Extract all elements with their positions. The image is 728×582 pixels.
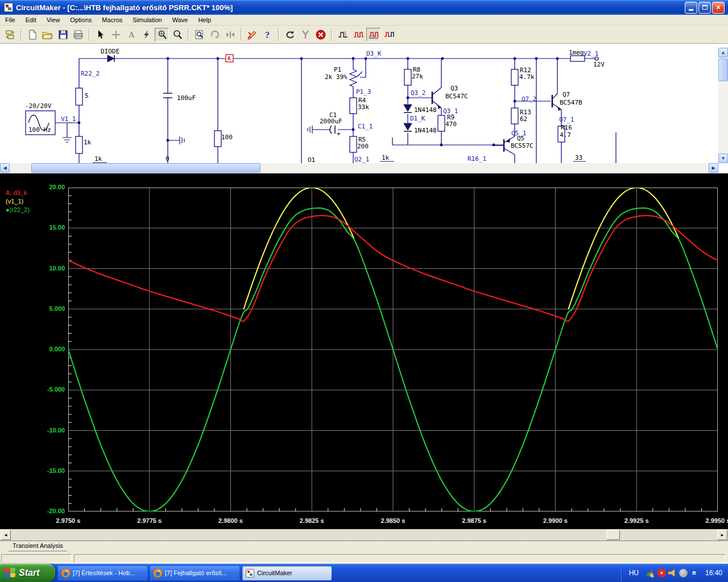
menu-view[interactable]: View (42, 15, 65, 24)
mixed-trace-button[interactable] (382, 28, 396, 41)
scroll-right-icon[interactable]: ▶ (709, 163, 718, 173)
node-label: D3_K (366, 50, 382, 57)
firefox-icon (61, 569, 70, 577)
component-label: BC547C (445, 93, 468, 100)
start-label: Start (19, 568, 39, 578)
y-tick-label: 0.000 (35, 346, 65, 352)
menu-macros[interactable]: Macros (97, 15, 127, 24)
restore-button[interactable] (698, 2, 711, 14)
cursor-tool-button[interactable] (93, 28, 107, 41)
circuit-vscrollbar[interactable]: ▲ ▼ (718, 48, 728, 163)
help-button[interactable]: ? (260, 28, 275, 41)
plus-wire-icon (111, 30, 121, 40)
new-document-icon (27, 30, 38, 40)
menu-help[interactable]: Help (193, 15, 216, 24)
component-label: 100 Hz (28, 126, 51, 134)
open-file-button[interactable] (40, 28, 55, 41)
stop-icon (315, 29, 326, 40)
analysis-tab-bar: Transient Analysis (0, 541, 728, 552)
wave-hscroll-thumb[interactable] (606, 530, 620, 540)
analog-trace-icon (368, 30, 379, 40)
toolbar: A ? (0, 26, 728, 44)
stop-simulation-button[interactable] (313, 28, 328, 41)
circuit-hscrollbar[interactable]: ◀ ▶ (0, 163, 718, 173)
probe-tool-button[interactable] (155, 28, 169, 41)
y-tick-label: -15.00 (35, 467, 65, 474)
menu-edit[interactable]: Edit (20, 15, 42, 24)
graphics-icon[interactable] (646, 567, 656, 578)
component-label: Q7 (562, 91, 570, 98)
taskbar-button-firefox[interactable]: [7] Fejhallgató erősít... (150, 566, 239, 580)
digital-options-button[interactable] (245, 28, 259, 41)
menu-file[interactable]: File (0, 15, 20, 24)
zoom-tool-button[interactable] (170, 28, 184, 41)
save-file-button[interactable] (56, 28, 70, 41)
digital-trace-button[interactable] (351, 28, 365, 41)
menu-simulation[interactable]: Simulation (127, 15, 167, 24)
save-file-icon (58, 30, 68, 40)
multimeter-tool-button[interactable] (298, 28, 312, 41)
delete-wire-tool-button[interactable] (139, 28, 154, 41)
node-label: V2_1 (584, 50, 599, 57)
wire-plus-tool-button[interactable] (109, 28, 123, 41)
volume-icon[interactable] (668, 569, 677, 577)
scroll-left-icon[interactable]: ◀ (0, 163, 10, 173)
wave-scroll-left-icon[interactable]: ◄ (1, 530, 11, 540)
component-label: + (337, 130, 341, 138)
waveform-cursor-icon (337, 30, 349, 40)
part-browser-button[interactable] (3, 28, 17, 41)
new-document-button[interactable] (25, 28, 39, 41)
print-icon (73, 30, 84, 40)
scroll-up-icon[interactable]: ▲ (718, 48, 728, 57)
component-label: 1k (84, 139, 92, 146)
tab-transient-analysis[interactable]: Transient Analysis (3, 541, 72, 551)
open-file-icon (42, 30, 53, 40)
node-label: Q3_2 (411, 89, 426, 97)
split-view-button[interactable] (223, 28, 237, 41)
firefox-icon (154, 569, 162, 577)
probe-marker-a[interactable]: A (226, 55, 233, 62)
circuitmaker-window: CircuitMaker - [C:...\HTB fejhallgató er… (0, 0, 728, 582)
scroll-down-icon[interactable]: ▼ (718, 153, 728, 163)
circuit-hscroll-thumb[interactable] (31, 163, 260, 173)
y-tick-label: -10.00 (35, 427, 65, 434)
window-title: CircuitMaker - [C:...\HTB fejhallgató er… (16, 3, 685, 12)
audio-device-icon[interactable] (679, 569, 688, 577)
bluetooth-icon[interactable]: B (690, 569, 698, 577)
analog-trace-button[interactable] (366, 28, 380, 41)
y-tick-label: 5.000 (35, 305, 65, 312)
menu-wave[interactable]: Wave (167, 15, 193, 24)
waveform-cursor-button[interactable] (336, 28, 350, 41)
component-label: 200 (357, 143, 369, 150)
security-alert-icon[interactable]: × (657, 569, 666, 577)
wave-hscrollbar[interactable]: ◄ ► (0, 529, 728, 541)
language-indicator[interactable]: HU (629, 569, 639, 577)
wave-scroll-right-icon[interactable]: ► (717, 530, 727, 540)
component-label: 1k (94, 155, 102, 163)
menu-options[interactable]: Options (65, 15, 97, 24)
text-tool-button[interactable]: A (124, 28, 138, 41)
rotate-button[interactable] (208, 28, 222, 41)
status-bar (0, 552, 728, 564)
x-tick-label: 2.9750 s (50, 517, 86, 524)
print-button[interactable] (71, 28, 85, 41)
clock[interactable]: 16:40 (705, 569, 722, 577)
close-button[interactable]: × (712, 2, 725, 14)
circuit-vscroll-thumb[interactable] (718, 59, 728, 81)
taskbar-button-circuitmaker[interactable]: CircuitMaker (242, 566, 332, 580)
zoom-window-button[interactable] (192, 28, 206, 41)
minimize-button[interactable] (685, 2, 697, 14)
legend-item: ●(r22_2) (6, 206, 30, 214)
node-label: Q3_1 (443, 107, 458, 115)
text-tool-icon: A (126, 30, 136, 40)
start-button[interactable]: Start (0, 564, 55, 582)
trace-legend[interactable]: A: d3_k(v1_1)●(r22_2) (6, 189, 30, 214)
schematic-canvas[interactable]: A DIODE5-20/20V100 Hz1k1k100uF0100O1P12k… (0, 44, 718, 163)
system-tray: HU × B 16:40 (622, 564, 728, 582)
digital-options-icon (247, 30, 258, 40)
waveform-plot[interactable] (68, 188, 718, 512)
magnifier-icon (172, 30, 183, 40)
taskbar-button-firefox[interactable]: [7] Értesítések - Hob... (58, 566, 147, 580)
component-label: 33k (358, 103, 369, 111)
reset-simulation-button[interactable] (283, 28, 297, 41)
